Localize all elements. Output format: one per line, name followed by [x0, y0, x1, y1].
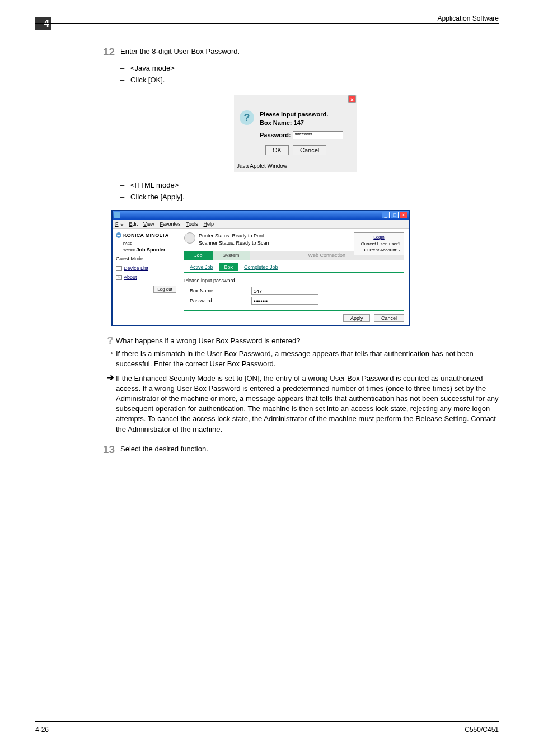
form-message: Please input password.	[184, 277, 404, 284]
qa-question: What happens if a wrong User Box Passwor…	[116, 335, 499, 346]
qa-answer-1: If there is a mismatch in the User Box P…	[116, 348, 499, 369]
menu-file[interactable]: File	[115, 221, 124, 228]
step-12-text: Enter the 8-digit User Box Password.	[120, 45, 240, 57]
minimize-icon[interactable]: _	[382, 212, 390, 218]
tab-system[interactable]: System	[213, 251, 250, 260]
password-label-html: Password	[190, 297, 251, 305]
html-mode-label: <HTML mode>	[120, 180, 499, 192]
question-mark-icon: ?	[105, 335, 116, 346]
brand-name: KONICA MINOLTA	[123, 232, 169, 239]
printer-status: Printer Status: Ready to Print	[199, 232, 269, 240]
password-field-html[interactable]: ••••••••	[251, 297, 318, 305]
java-mode-label: <Java mode>	[120, 63, 499, 75]
about-link[interactable]: About	[124, 274, 137, 281]
step-number-12: 12	[92, 45, 115, 60]
browser-window: _ □ × File Edit View Favorites Tools Hel…	[111, 210, 410, 327]
step-13-text: Select the desired function.	[120, 442, 208, 454]
dialog-box-name: Box Name: 147	[260, 119, 343, 127]
browser-menubar: File Edit View Favorites Tools Help	[113, 220, 409, 230]
login-link[interactable]: Login	[358, 234, 400, 240]
arrow-icon: ➔	[105, 373, 116, 382]
page-number: 4-26	[35, 725, 49, 735]
menu-edit[interactable]: Edit	[129, 221, 138, 228]
tab-job[interactable]: Job	[184, 251, 213, 260]
menu-tools[interactable]: Tools	[186, 221, 198, 228]
scanner-status: Scanner Status: Ready to Scan	[199, 240, 269, 247]
arrow-icon: →	[105, 348, 116, 358]
box-name-label: Box Name	[190, 287, 251, 295]
menu-view[interactable]: View	[143, 221, 154, 228]
box-name-value: 147	[251, 287, 318, 295]
close-icon[interactable]: ×	[400, 212, 407, 218]
section-title: Application Software	[438, 14, 499, 24]
qa-answer-2: If the Enhanced Security Mode is set to …	[116, 373, 499, 435]
subtab-active-job[interactable]: Active Job	[190, 264, 213, 270]
printer-status-icon	[184, 232, 195, 244]
apply-button[interactable]: Apply	[343, 314, 371, 322]
subtab-completed-job[interactable]: Completed Job	[244, 264, 278, 270]
window-icon	[114, 212, 120, 218]
brand-logo-icon	[116, 232, 121, 238]
device-list-link[interactable]: Device List	[124, 265, 148, 272]
step-number-13: 13	[92, 442, 115, 458]
about-icon: i	[116, 275, 122, 280]
java-password-dialog: × ? Please input password. Box Name: 147…	[234, 95, 357, 172]
applet-window-status: Java Applet Window	[234, 161, 357, 172]
header-rule	[35, 23, 499, 24]
product-icon	[116, 244, 121, 249]
account-info-box: Login Current User: user1 Current Accoun…	[354, 232, 404, 255]
current-user: Current User: user1	[358, 241, 400, 247]
doc-model: C550/C451	[465, 725, 499, 735]
menu-favorites[interactable]: Favorites	[160, 221, 180, 228]
guest-mode-label: Guest Mode	[116, 255, 176, 263]
password-label: Password:	[260, 132, 291, 138]
html-click-apply: Click the [Apply].	[120, 192, 499, 204]
java-click-ok: Click [OK].	[120, 75, 499, 87]
menu-help[interactable]: Help	[203, 221, 214, 228]
subtab-box[interactable]: Box	[219, 263, 239, 272]
device-list-icon	[116, 266, 122, 271]
logout-button[interactable]: Log out	[153, 286, 176, 293]
question-icon: ?	[240, 110, 254, 125]
product-name: PAGESCOPE Job Spooler	[123, 240, 166, 254]
current-account: Current Account: -	[358, 247, 400, 253]
password-input[interactable]	[293, 131, 343, 139]
maximize-icon[interactable]: □	[391, 212, 399, 218]
close-icon[interactable]: ×	[348, 95, 356, 103]
dialog-message: Please input password.	[260, 110, 343, 119]
cancel-button[interactable]: Cancel	[293, 145, 326, 155]
chapter-tab: 4	[35, 17, 51, 30]
ok-button[interactable]: OK	[265, 145, 289, 155]
cancel-button-html[interactable]: Cancel	[374, 314, 404, 322]
